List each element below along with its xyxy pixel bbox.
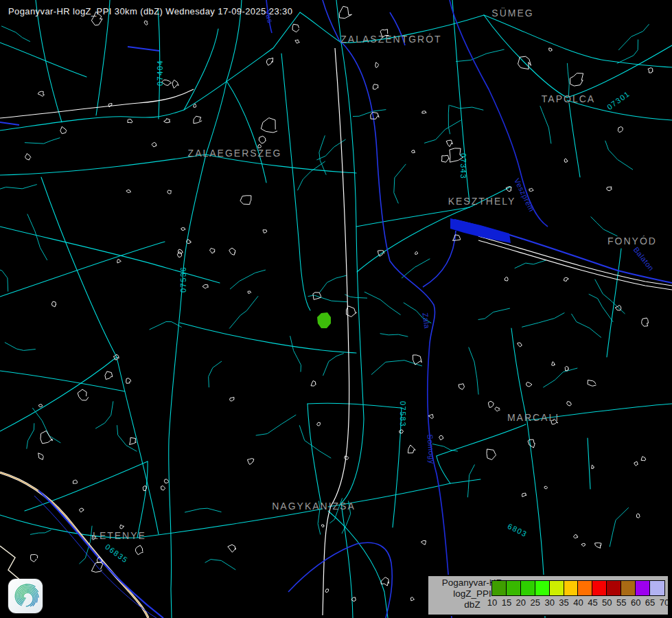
settlement-outline	[588, 380, 596, 387]
settlement-outline	[411, 150, 415, 153]
legend-tick-label: 30	[544, 597, 554, 608]
settlement-outline	[38, 453, 44, 460]
settlement-outline	[428, 414, 433, 418]
settlement-outline	[126, 190, 131, 192]
settlement-outline	[505, 277, 508, 282]
legend-color-cell	[621, 581, 636, 595]
legend-color-scale	[491, 580, 665, 596]
settlement-outline	[172, 80, 178, 89]
settlement-outline	[311, 381, 316, 387]
minor-road	[256, 415, 297, 435]
settlement-outline	[552, 362, 555, 366]
minor-road	[543, 368, 577, 387]
settlement-outline	[167, 190, 172, 194]
settlement-outline	[380, 30, 389, 38]
settlement-outline	[38, 404, 43, 407]
minor-road	[320, 275, 347, 293]
settlement-outline	[399, 430, 404, 433]
minor-road	[0, 268, 8, 292]
settlement-outline	[642, 318, 649, 326]
settlement-outline	[551, 419, 558, 424]
legend-color-cell	[592, 581, 607, 595]
weather-app-logo	[8, 579, 43, 613]
settlement-outline	[152, 142, 157, 146]
settlement-outline	[410, 597, 414, 601]
legend-color-cell	[650, 581, 664, 595]
settlement-outline	[528, 439, 535, 448]
settlement-outline	[162, 80, 172, 85]
minor-road	[605, 141, 633, 170]
settlement-outline	[292, 24, 299, 32]
legend-color-cell	[492, 581, 507, 595]
legend: Poganyvar-HR logZ_PPI dbZ 10152025303540…	[427, 575, 669, 616]
minor-road	[402, 259, 430, 278]
legend-tick-label: 55	[616, 597, 626, 608]
settlement-outline	[339, 6, 351, 18]
minor-road	[318, 501, 321, 535]
settlement-outline	[325, 589, 329, 593]
settlement-outline	[567, 401, 572, 406]
settlement-outline	[487, 449, 496, 460]
settlement-outline	[564, 159, 568, 162]
settlement-outline	[529, 188, 533, 191]
settlement-outline	[266, 58, 273, 65]
settlement-outline	[375, 62, 379, 68]
settlement-outline	[194, 116, 202, 124]
legend-tick-label: 60	[631, 597, 640, 608]
minor-road	[424, 120, 461, 143]
settlement-outline	[248, 291, 251, 294]
settlement-outline	[25, 154, 32, 160]
settlement-outline	[164, 479, 169, 483]
legend-tick-label: 10	[487, 597, 497, 608]
legend-color-cell	[507, 581, 521, 595]
settlement-outline	[177, 252, 182, 258]
minor-road	[27, 423, 34, 448]
radar-display: SÜMEGZALASZENTGRÓTTAPOLCAZALAEGERSZEGKES…	[0, 0, 672, 618]
settlement-outline	[459, 384, 465, 390]
roads-layer	[0, 0, 672, 618]
minor-road	[515, 260, 546, 268]
minor-road	[478, 308, 510, 320]
settlement-outline	[522, 493, 526, 496]
rivers-layer	[0, 0, 672, 618]
minor-road	[30, 530, 51, 535]
legend-tick-labels: 10152025303540455055606570	[491, 596, 664, 608]
settlement-outline	[78, 389, 89, 400]
settlement-outline	[421, 540, 426, 545]
minor-road	[209, 361, 222, 387]
settlement-outline	[371, 112, 379, 119]
legend-tick-label: 25	[531, 597, 540, 608]
minor-road	[450, 106, 483, 111]
settlement-outline	[228, 545, 236, 552]
settlement-outline	[229, 248, 235, 255]
settlement-outline	[178, 249, 183, 253]
settlement-outline	[549, 48, 553, 52]
settlement-outline	[648, 68, 653, 73]
minor-road	[595, 279, 625, 314]
legend-tick-label: 45	[588, 597, 597, 608]
settlement-outline	[161, 486, 165, 490]
minor-road	[353, 110, 386, 117]
railways-layer	[0, 48, 672, 618]
spiral-stroke	[22, 591, 34, 606]
minor-road	[299, 425, 331, 458]
minor-road	[394, 164, 406, 203]
settlement-outline	[495, 407, 500, 411]
settlement-outline	[181, 228, 185, 231]
settlement-outline	[51, 301, 56, 307]
minor-road	[32, 408, 60, 443]
settlement-outline	[345, 456, 349, 459]
settlement-outline	[261, 118, 277, 133]
minor-road	[591, 217, 618, 236]
legend-color-cell	[578, 581, 592, 595]
minor-road	[229, 296, 258, 328]
minor-road	[150, 322, 182, 330]
settlement-outline	[641, 457, 646, 461]
settlement-outline	[439, 436, 444, 440]
settlements-layer	[25, 6, 653, 602]
minor-road	[589, 294, 614, 322]
settlement-outline	[581, 543, 586, 546]
minor-road	[297, 161, 325, 190]
settlement-outline	[295, 40, 299, 43]
legend-tick-label: 40	[573, 597, 583, 608]
